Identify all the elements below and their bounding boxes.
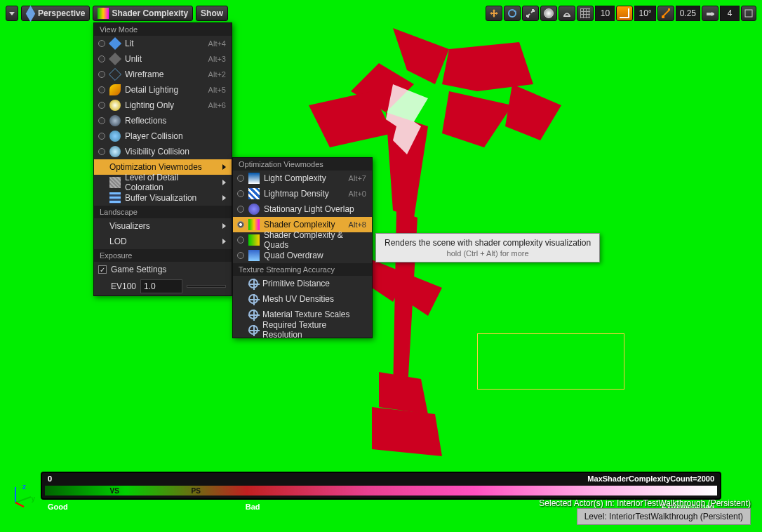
menu-section-exposure: Exposure — [94, 249, 232, 262]
svg-marker-0 — [393, 28, 449, 84]
menu-item-visibility-collision[interactable]: Visibility Collision — [94, 144, 232, 159]
wireframe-icon — [109, 68, 121, 81]
submenu-item-shader-complexity-quads[interactable]: Shader Complexity & Quads — [233, 232, 372, 248]
ev100-input[interactable] — [140, 279, 182, 293]
selected-actors-status: Selected Actor(s) in: InteriorTestWalkth… — [539, 498, 751, 508]
submenu-item-lightmap-density[interactable]: Lightmap DensityAlt+0 — [233, 186, 372, 201]
visibility-collision-icon — [109, 146, 121, 157]
viewport-toolbar-right: 10 10° 0.25 4 — [486, 6, 756, 21]
menu-item-lod-coloration[interactable]: Level of Detail Coloration — [94, 175, 232, 190]
menu-item-lod[interactable]: LOD — [94, 234, 232, 249]
submenu-item-stationary-light-overlap[interactable]: Stationary Light Overlap — [233, 201, 372, 217]
svg-marker-5 — [505, 84, 561, 140]
svg-rect-16 — [662, 15, 664, 18]
svg-marker-10 — [379, 372, 428, 414]
submenu-section-opt: Optimization Viewmodes — [233, 158, 372, 171]
player-collision-icon — [109, 131, 121, 142]
grid-icon — [580, 8, 590, 18]
menu-item-detail-lighting[interactable]: Detail LightingAlt+5 — [94, 82, 232, 98]
show-label: Show — [201, 8, 223, 18]
gradient-max: MaxShaderComplexityCount=2000 — [587, 474, 714, 483]
menu-item-player-collision[interactable]: Player Collision — [94, 128, 232, 144]
svg-rect-15 — [563, 15, 570, 17]
svg-marker-19 — [711, 12, 714, 16]
reticle-icon — [248, 279, 258, 288]
reflections-icon — [109, 115, 121, 126]
svg-rect-20 — [745, 10, 752, 17]
cube-icon — [26, 5, 35, 21]
ev100-label: EV100 — [111, 281, 136, 291]
coord-space-button[interactable] — [540, 6, 557, 21]
perspective-label: Perspective — [38, 8, 85, 18]
angle-snap-value[interactable]: 10° — [634, 6, 655, 21]
submenu-item-primitive-distance[interactable]: Primitive Distance — [233, 276, 372, 291]
angle-snap-button[interactable] — [616, 6, 633, 21]
transform-move-button[interactable] — [486, 6, 502, 21]
surface-snap-button[interactable] — [559, 6, 575, 21]
submenu-item-mesh-uv-densities[interactable]: Mesh UV Densities — [233, 291, 372, 307]
lit-icon — [109, 37, 121, 50]
svg-rect-18 — [707, 13, 711, 15]
svg-line-22 — [15, 497, 31, 503]
lod-icon — [109, 177, 121, 188]
globe-icon — [544, 8, 554, 18]
menu-item-buffer-visualization[interactable]: Buffer Visualization — [94, 190, 232, 206]
menu-item-reflections[interactable]: Reflections — [94, 113, 232, 128]
optimization-submenu: Optimization Viewmodes Light ComplexityA… — [232, 157, 373, 338]
camera-speed-value[interactable]: 4 — [720, 6, 740, 21]
viewport-options-dropdown[interactable] — [6, 6, 18, 21]
menu-section-viewmode: View Mode — [94, 23, 232, 36]
submenu-item-light-complexity[interactable]: Light ComplexityAlt+7 — [233, 171, 372, 186]
axis-gizmo: zy — [11, 483, 35, 507]
submenu-section-tsa: Texture Streaming Accuracy — [233, 263, 372, 276]
lightmap-density-icon — [248, 188, 260, 199]
menu-item-game-settings[interactable]: Game Settings — [94, 262, 232, 277]
svg-marker-11 — [372, 407, 442, 456]
menu-item-lit[interactable]: LitAlt+4 — [94, 36, 232, 51]
shader-complexity-icon — [98, 8, 109, 19]
detail-lighting-icon — [109, 84, 121, 95]
viewmode-label: Shader Complexity — [112, 8, 188, 18]
maximize-button[interactable] — [741, 6, 756, 21]
reticle-icon — [248, 310, 258, 319]
shader-complexity-icon-2 — [248, 219, 260, 230]
lighting-only-icon — [109, 100, 121, 111]
unlit-icon — [109, 53, 121, 65]
gradient-bad: Bad — [246, 503, 260, 511]
scale-snap-value[interactable]: 0.25 — [676, 6, 700, 21]
svg-marker-1 — [442, 42, 533, 91]
tooltip-sub: hold (Ctrl + Alt) for more — [385, 249, 591, 258]
ev100-slider[interactable] — [187, 285, 226, 288]
transform-rotate-button[interactable] — [504, 6, 521, 21]
viewport-toolbar-left: Perspective Shader Complexity Show — [6, 6, 228, 21]
viewmode-button[interactable]: Shader Complexity — [93, 6, 193, 21]
buffer-icon — [109, 192, 121, 204]
svg-marker-9 — [407, 274, 442, 316]
game-settings-checkbox[interactable] — [98, 265, 107, 274]
reticle-icon — [248, 294, 258, 304]
reticle-icon — [248, 325, 258, 335]
gradient-zero: 0 — [48, 474, 52, 483]
viewmode-menu: View Mode LitAlt+4 UnlitAlt+3 WireframeA… — [93, 22, 232, 296]
perspective-button[interactable]: Perspective — [21, 6, 90, 21]
submenu-item-required-texture-resolution[interactable]: Required Texture Resolution — [233, 322, 372, 338]
menu-item-wireframe[interactable]: WireframeAlt+2 — [94, 67, 232, 82]
light-complexity-icon — [248, 173, 260, 184]
svg-line-23 — [15, 503, 24, 507]
menu-item-visualizers[interactable]: Visualizers — [94, 218, 232, 234]
grid-snap-value[interactable]: 10 — [595, 6, 615, 21]
menu-item-lighting-only[interactable]: Lighting OnlyAlt+6 — [94, 98, 232, 113]
level-label[interactable]: Level: InteriorTestWalkthrough (Persiste… — [577, 508, 751, 525]
angle-icon — [620, 8, 629, 18]
quad-overdraw-icon — [248, 250, 260, 261]
svg-rect-17 — [668, 8, 670, 11]
menu-item-unlit[interactable]: UnlitAlt+3 — [94, 51, 232, 67]
scale-snap-button[interactable] — [657, 6, 674, 21]
camera-speed-button[interactable] — [702, 6, 718, 21]
menu-section-landscape: Landscape — [94, 206, 232, 218]
grid-snap-button[interactable] — [577, 6, 594, 21]
svg-marker-4 — [442, 91, 512, 147]
show-button[interactable]: Show — [196, 6, 228, 21]
submenu-item-quad-overdraw[interactable]: Quad Overdraw — [233, 248, 372, 263]
transform-scale-button[interactable] — [522, 6, 539, 21]
